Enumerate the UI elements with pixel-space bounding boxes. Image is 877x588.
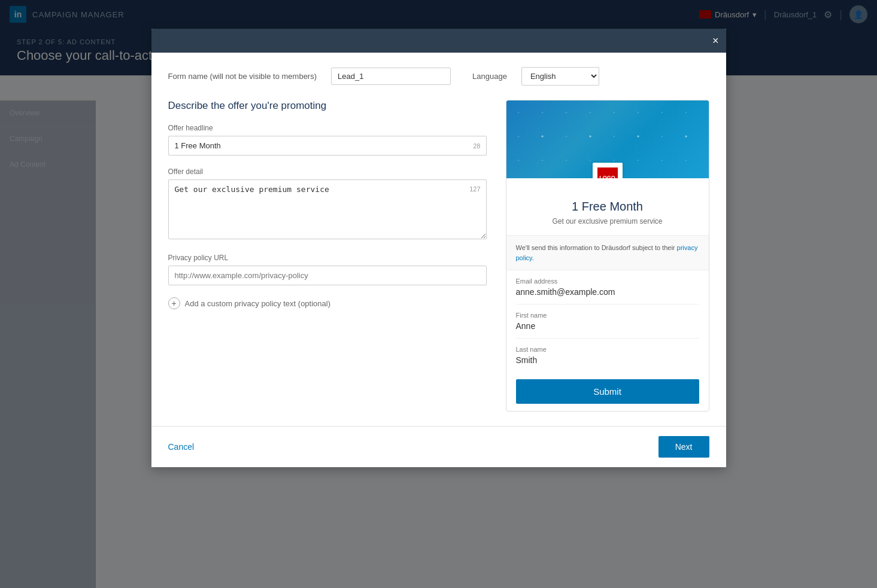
two-col-layout: Describe the offer you're promoting Offe… (168, 100, 709, 412)
modal-footer: Cancel Next (151, 426, 726, 467)
add-custom-privacy-label: Add a custom privacy policy text (option… (185, 299, 331, 308)
offer-headline-label: Offer headline (168, 124, 487, 132)
preview-email-label: Email address (516, 278, 699, 285)
privacy-url-label: Privacy policy URL (168, 254, 487, 262)
modal-header-bar: × (151, 29, 726, 53)
preview-first-name-group: First name Anne (516, 304, 699, 339)
preview-logo-container: LOGO (593, 163, 623, 178)
close-icon[interactable]: × (712, 35, 719, 46)
preview-last-name-group: Last name Smith (516, 339, 699, 372)
form-name-label: Form name (will not be visible to member… (168, 72, 317, 81)
preview-card: LOGO 1 Free Month Get our exclusive prem… (506, 100, 709, 412)
privacy-url-group: Privacy policy URL (168, 254, 487, 285)
add-custom-privacy-button[interactable]: + Add a custom privacy policy text (opti… (168, 297, 487, 309)
language-label: Language (472, 72, 507, 81)
next-button[interactable]: Next (658, 436, 709, 458)
plus-icon: + (168, 297, 180, 309)
preview-first-name-value: Anne (516, 321, 699, 331)
preview-title: 1 Free Month (516, 200, 699, 214)
section-heading: Describe the offer you're promoting (168, 100, 487, 112)
preview-privacy-notice: We'll send this information to Dräusdorf… (506, 236, 709, 270)
offer-headline-group: Offer headline 28 (168, 124, 487, 156)
offer-detail-label: Offer detail (168, 167, 487, 176)
preview-last-name-value: Smith (516, 355, 699, 365)
preview-last-name-label: Last name (516, 346, 699, 353)
preview-fields: Email address anne.smith@example.com Fir… (506, 270, 709, 372)
left-column: Describe the offer you're promoting Offe… (168, 100, 487, 412)
preview-logo-text: LOGO (599, 175, 615, 178)
cancel-button[interactable]: Cancel (168, 437, 195, 456)
form-name-input[interactable] (331, 68, 451, 85)
offer-detail-char-count: 127 (469, 185, 480, 193)
offer-headline-input[interactable] (168, 136, 487, 156)
form-name-row: Form name (will not be visible to member… (168, 67, 709, 86)
preview-first-name-label: First name (516, 312, 699, 319)
lead-gen-form-modal: × Form name (will not be visible to memb… (151, 29, 726, 467)
offer-detail-group: Offer detail Get our exclusive premium s… (168, 167, 487, 242)
offer-detail-wrapper: Get our exclusive premium service 127 (168, 179, 487, 242)
offer-detail-textarea[interactable]: Get our exclusive premium service (168, 179, 487, 239)
preview-banner: LOGO (506, 100, 709, 178)
preview-email-value: anne.smith@example.com (516, 287, 699, 297)
preview-content-area: 1 Free Month Get our exclusive premium s… (506, 178, 709, 236)
preview-logo-inner: LOGO (597, 167, 618, 178)
preview-privacy-text: We'll send this information to Dräusdorf… (516, 244, 677, 251)
preview-email-group: Email address anne.smith@example.com (516, 270, 699, 304)
preview-subtitle: Get our exclusive premium service (516, 217, 699, 226)
privacy-url-input[interactable] (168, 266, 487, 285)
right-column-preview: LOGO 1 Free Month Get our exclusive prem… (506, 100, 709, 412)
language-select[interactable]: English (521, 67, 599, 86)
modal-body: Form name (will not be visible to member… (151, 53, 726, 426)
offer-headline-wrapper: 28 (168, 136, 487, 156)
offer-headline-char-count: 28 (473, 142, 480, 150)
preview-submit-button[interactable]: Submit (516, 379, 699, 404)
